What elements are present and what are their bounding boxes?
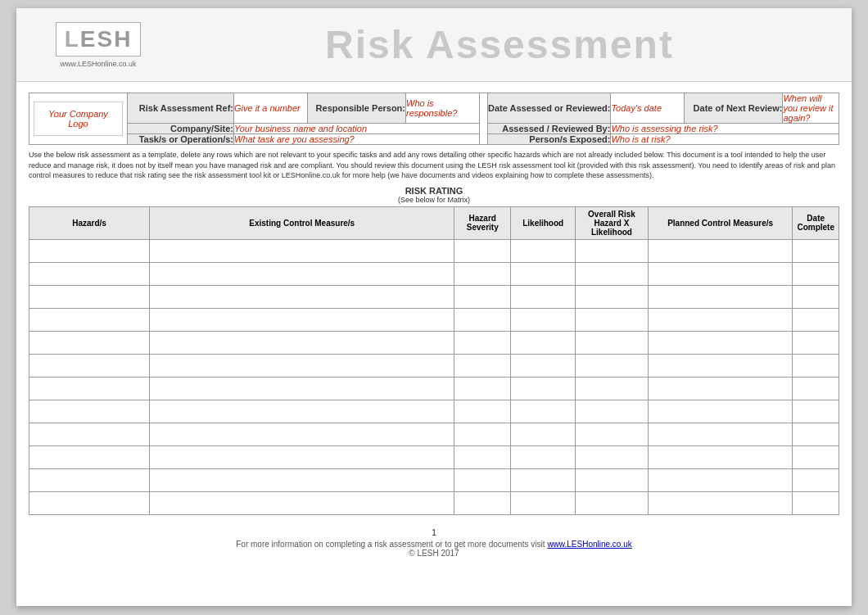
footer-copyright: © LESH 2017: [37, 549, 831, 558]
date-next-review-value: When will you review it again?: [783, 93, 839, 124]
col-header-date: Date Complete: [793, 206, 839, 239]
table-row: [29, 354, 839, 377]
col-header-planned: Planned Control Measure/s: [648, 206, 793, 239]
logo-text: LESH: [65, 26, 133, 52]
company-logo-placeholder: Your Company Logo: [34, 102, 123, 136]
persons-exposed-value: Who is at risk?: [611, 134, 839, 145]
task-value: What task are you assessing?: [234, 134, 480, 145]
persons-exposed-label: Person/s Exposed:: [488, 134, 611, 145]
table-row: [29, 400, 839, 423]
risk-ref-label: Risk Assessment Ref:: [128, 93, 234, 124]
col-header-likelihood: Likelihood: [511, 206, 576, 239]
col-header-existing: Existing Control Measure/s: [150, 206, 454, 239]
table-row: [29, 285, 839, 308]
company-logo-text: Your Company Logo: [48, 109, 108, 129]
risk-rating-subtitle: (See below for Matrix): [29, 196, 839, 204]
col-header-severity: Hazard Severity: [454, 206, 511, 239]
task-label: Task/s or Operation/s:: [128, 134, 234, 145]
main-content: Your Company Logo Risk Assessment Ref: G…: [16, 82, 852, 572]
company-site-label: Company/Site:: [128, 124, 234, 134]
footer: 1 For more information on completing a r…: [29, 519, 839, 566]
table-row: [29, 445, 839, 468]
assessed-by-value: Who is assessing the risk?: [611, 124, 839, 134]
table-row: [29, 491, 839, 514]
assessed-by-label: Assessed / Reviewed By:: [488, 124, 611, 134]
table-row: [29, 331, 839, 354]
page-number: 1: [37, 527, 831, 537]
footer-text: For more information on completing a ris…: [37, 540, 831, 549]
risk-ref-value: Give it a number: [234, 93, 308, 124]
table-row: [29, 377, 839, 400]
table-row: [29, 423, 839, 445]
date-assessed-value: Today's date: [611, 93, 685, 124]
table-row: [29, 239, 839, 262]
risk-table: Hazard/s Existing Control Measure/s Haza…: [29, 206, 839, 515]
col-header-hazards: Hazard/s: [29, 206, 150, 239]
header: LESH www.LESHonline.co.uk Risk Assessmen…: [16, 8, 852, 82]
table-row: [29, 262, 839, 285]
description-text: Use the below risk assessment as a templ…: [29, 150, 839, 181]
table-row: [29, 308, 839, 331]
page: LESH www.LESHonline.co.uk Risk Assessmen…: [16, 8, 852, 606]
date-next-review-label: Date of Next Review:: [685, 93, 783, 124]
logo-area: LESH www.LESHonline.co.uk: [33, 22, 164, 68]
page-title: Risk Assessment: [164, 22, 835, 67]
responsible-person-label: Responsible Person:: [308, 93, 406, 124]
risk-rating-title: RISK RATING: [29, 186, 839, 196]
info-table-outer: Your Company Logo Risk Assessment Ref: G…: [29, 93, 839, 145]
date-assessed-label: Date Assessed or Reviewed:: [488, 93, 611, 124]
table-row: [29, 468, 839, 491]
responsible-person-value: Who is responsible?: [406, 93, 480, 124]
col-header-overall: Overall Risk Hazard X Likelihood: [576, 206, 649, 239]
logo-url: www.LESHonline.co.uk: [60, 60, 136, 68]
logo-box: LESH: [56, 22, 142, 57]
footer-link[interactable]: www.LESHonline.co.uk: [547, 540, 631, 549]
company-site-value: Your business name and location: [234, 124, 480, 134]
